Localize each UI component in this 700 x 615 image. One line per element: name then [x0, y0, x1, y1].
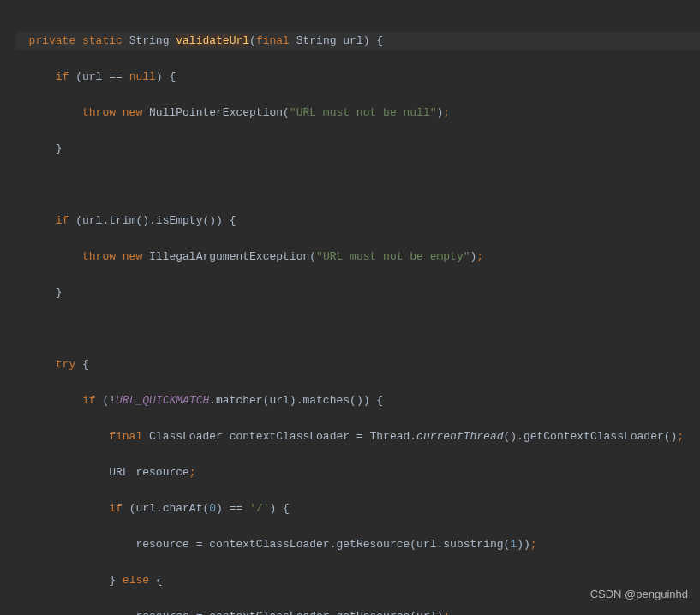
code-line: } [15, 284, 700, 302]
code-line: if (url.charAt(0) == '/') { [15, 499, 700, 517]
code-line [15, 319, 700, 337]
code-line: } [15, 140, 700, 158]
code-line: if (url.trim().isEmpty()) { [15, 212, 700, 230]
code-line: throw new NullPointerException("URL must… [15, 104, 700, 122]
code-line: resource = contextClassLoader.getResourc… [15, 607, 700, 615]
code-line: URL resource; [15, 463, 700, 481]
code-editor[interactable]: private static String validateUrl(final … [0, 14, 700, 615]
method-name-highlight: validateUrl [176, 34, 249, 47]
code-line: if (!URL_QUICKMATCH.matcher(url).matches… [15, 391, 700, 409]
watermark: CSDN @penguinhd [590, 585, 688, 603]
code-line: try { [15, 355, 700, 373]
code-line: final ClassLoader contextClassLoader = T… [15, 427, 700, 445]
code-line: throw new IllegalArgumentException("URL … [15, 248, 700, 266]
code-line: resource = contextClassLoader.getResourc… [15, 535, 700, 553]
code-line: if (url == null) { [15, 68, 700, 86]
code-line: private static String validateUrl(final … [15, 32, 700, 50]
code-line [15, 176, 700, 194]
